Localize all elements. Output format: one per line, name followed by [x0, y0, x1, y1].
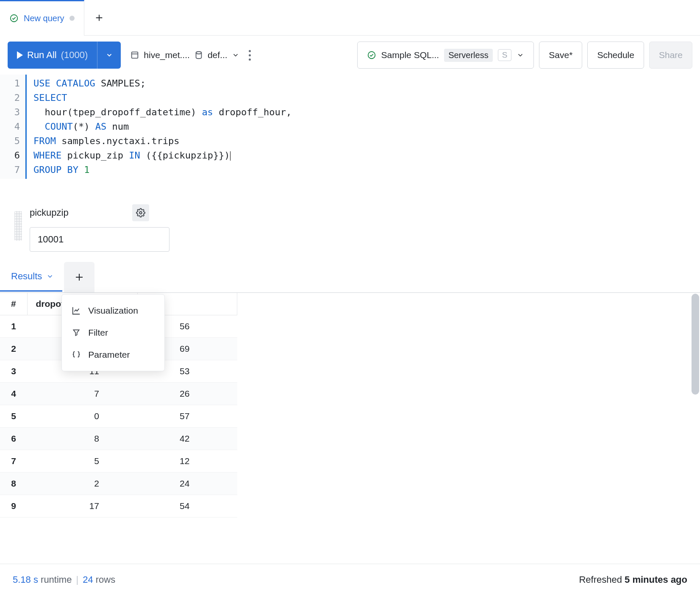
plus-icon [74, 272, 84, 282]
row-index: 4 [0, 383, 27, 405]
row-index: 5 [0, 405, 27, 428]
run-label: Run All [27, 50, 57, 61]
svg-rect-1 [132, 52, 138, 58]
add-visualization-item[interactable]: Visualization [62, 300, 164, 322]
run-all-button[interactable]: Run All (1000) [8, 42, 97, 69]
chart-icon [71, 306, 81, 315]
parameter-name: pickupzip [30, 207, 69, 218]
plus-icon [94, 13, 104, 22]
table-row[interactable]: 5057 [0, 405, 237, 428]
schema-name: def... [208, 50, 228, 60]
serverless-chip: Serverless [444, 49, 492, 62]
warehouse-selector[interactable]: Sample SQL... Serverless S [357, 42, 534, 69]
database-icon [194, 50, 203, 60]
cell-num: 57 [137, 405, 237, 428]
parameter-input[interactable] [30, 227, 169, 252]
table-row[interactable]: 4726 [0, 383, 237, 405]
filter-icon [71, 328, 81, 337]
refreshed-text: Refreshed 5 minutes ago [579, 574, 687, 585]
table-row[interactable]: 8224 [0, 473, 237, 495]
row-index: 3 [0, 360, 27, 383]
chevron-down-icon [106, 51, 113, 59]
tabs-bar: New query [0, 0, 700, 36]
chevron-down-icon [517, 51, 524, 59]
cell-dropoff: 5 [27, 450, 137, 473]
row-index: 9 [0, 495, 27, 517]
add-tab-button[interactable] [84, 0, 114, 36]
cell-dropoff: 17 [27, 495, 137, 517]
schedule-button[interactable]: Schedule [587, 42, 644, 69]
check-circle-icon [9, 14, 19, 23]
tab-results[interactable]: Results [0, 263, 62, 292]
table-row[interactable]: 7512 [0, 450, 237, 473]
svg-point-0 [11, 15, 18, 22]
runtime-word: runtime [41, 574, 72, 585]
cell-num: 54 [137, 495, 237, 517]
scrollbar[interactable] [692, 294, 699, 395]
catalog-name: hive_met.... [144, 50, 190, 60]
run-group: Run All (1000) [8, 42, 121, 69]
row-index: 8 [0, 473, 27, 495]
add-dropdown-menu: Visualization Filter Parameter [61, 294, 165, 371]
tab-new-query[interactable]: New query [0, 0, 84, 36]
cell-dropoff: 8 [27, 428, 137, 450]
share-button: Share [649, 42, 692, 69]
code-body[interactable]: USE CATALOG SAMPLES; SELECT hour(tpep_dr… [25, 75, 292, 179]
svg-point-3 [368, 52, 375, 59]
toolbar-right: Sample SQL... Serverless S Save* Schedul… [357, 42, 692, 69]
svg-point-2 [196, 52, 201, 54]
run-count: (1000) [61, 50, 88, 61]
status-footer: 5.18 s runtime | 24 rows Refreshed 5 min… [0, 564, 700, 595]
toolbar: Run All (1000) hive_met.... def... Sampl… [0, 36, 700, 75]
tab-title: New query [24, 14, 64, 23]
rows-word: rows [96, 574, 115, 585]
row-index: 7 [0, 450, 27, 473]
cell-dropoff: 0 [27, 405, 137, 428]
cell-num: 12 [137, 450, 237, 473]
cell-num: 24 [137, 473, 237, 495]
sql-editor[interactable]: 1 2 3 4 5 6 7 USE CATALOG SAMPLES; SELEC… [0, 75, 700, 196]
cell-num: 26 [137, 383, 237, 405]
drag-handle-icon[interactable] [14, 211, 22, 241]
cell-dropoff: 7 [27, 383, 137, 405]
svg-point-4 [139, 211, 142, 214]
size-chip: S [498, 49, 512, 61]
col-header-index[interactable]: # [0, 293, 27, 315]
row-index: 1 [0, 315, 27, 338]
add-parameter-item[interactable]: Parameter [62, 344, 164, 366]
parameter-panel: pickupzip [0, 196, 700, 259]
chevron-down-icon [232, 51, 239, 59]
run-dropdown-button[interactable] [97, 42, 121, 69]
cell-dropoff: 2 [27, 473, 137, 495]
table-row[interactable]: 91754 [0, 495, 237, 517]
results-tabs: Results Visualization Filter [0, 262, 700, 293]
row-index: 6 [0, 428, 27, 450]
runtime-value: 5.18 s [13, 574, 38, 585]
more-options-button[interactable] [245, 50, 254, 61]
catalog-selector[interactable]: hive_met.... def... [127, 50, 239, 60]
braces-icon [71, 350, 81, 359]
cell-num: 42 [137, 428, 237, 450]
check-circle-icon [367, 50, 376, 60]
add-result-tab-button[interactable] [64, 262, 94, 292]
save-button[interactable]: Save* [539, 42, 582, 69]
chevron-down-icon [46, 273, 54, 280]
add-filter-item[interactable]: Filter [62, 322, 164, 344]
row-index: 2 [0, 338, 27, 360]
gear-icon [136, 208, 145, 217]
warehouse-name: Sample SQL... [381, 50, 439, 60]
unsaved-dot-icon [69, 16, 75, 21]
line-gutter: 1 2 3 4 5 6 7 [0, 75, 25, 179]
play-icon [17, 51, 23, 59]
rows-value: 24 [83, 574, 93, 585]
table-row[interactable]: 6842 [0, 428, 237, 450]
parameter-settings-button[interactable] [132, 204, 149, 221]
catalog-icon [130, 50, 139, 60]
separator: | [72, 574, 83, 585]
